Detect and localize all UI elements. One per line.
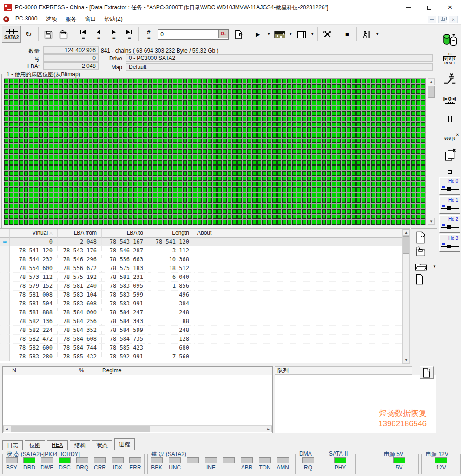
map-new-button[interactable]	[415, 231, 429, 244]
scroll-up-icon[interactable]: ▲	[403, 229, 409, 236]
process-column-header-%[interactable]: %	[63, 367, 100, 375]
table-row[interactable]: 78 554 60078 556 67278 575 18318 512	[0, 264, 402, 273]
table-row[interactable]: 78 582 13678 584 25678 584 34388	[0, 317, 402, 326]
close-button[interactable]: ×	[440, 0, 461, 14]
table-row[interactable]: 78 573 11278 575 19278 581 2316 040	[0, 273, 402, 282]
column-header-lba-to[interactable]: LBA to	[102, 229, 148, 238]
bitmap-cell	[371, 79, 375, 83]
menu-item[interactable]: PC-3000	[11, 14, 41, 24]
scroll-left-icon[interactable]: ◄	[3, 426, 10, 432]
copy-sectors-button[interactable]	[441, 147, 459, 163]
table-row[interactable]: 78 582 22478 584 35278 584 599248	[0, 326, 402, 335]
table-row[interactable]: 78 581 50478 583 60878 583 991384	[0, 299, 402, 308]
minimize-button[interactable]	[398, 0, 419, 14]
scroll-thumb[interactable]	[428, 86, 435, 98]
reset-button[interactable]: 1↓ 0|0|0 RESET	[441, 51, 459, 66]
power-relay-button[interactable]	[441, 72, 459, 88]
column-header-about[interactable]: About	[194, 229, 402, 238]
exit-task-button[interactable]	[359, 26, 374, 43]
head-select-button-3[interactable]: Hd 3	[439, 234, 460, 252]
table-row[interactable]: 78 583 28078 585 43278 592 9917 560	[0, 352, 402, 361]
table-row[interactable]: 78 582 47278 584 60878 584 735128	[0, 335, 402, 344]
map-open-dropdown[interactable]: ▼	[433, 264, 436, 269]
column-header-lba-from[interactable]: LBA from	[58, 229, 102, 238]
map-save-button[interactable]	[415, 245, 429, 258]
counter-reset-button[interactable]: ⊳0⊲	[441, 92, 459, 107]
decimal-mode-button[interactable]: D↓	[218, 30, 228, 38]
bitmap-cell	[143, 198, 147, 203]
goto-sector-button[interactable]: # ≣	[141, 26, 156, 43]
bitmap-cell	[391, 79, 395, 83]
process-column-header[interactable]	[245, 367, 272, 375]
start-read-button[interactable]: ▶	[250, 26, 265, 43]
last-sector-button[interactable]: ≣	[121, 26, 137, 43]
process-column-header[interactable]	[26, 367, 63, 375]
process-column-header-regime[interactable]: Regime	[100, 367, 245, 375]
grid-view-dropdown[interactable]: ▼	[309, 26, 316, 43]
tab-HEX[interactable]: HEX	[47, 440, 68, 450]
scroll-thumb[interactable]	[11, 426, 150, 432]
grid-view-button[interactable]	[294, 26, 309, 43]
queue-settings-button[interactable]	[420, 366, 434, 379]
mdi-close-button[interactable]: ×	[449, 16, 458, 23]
tab-进程[interactable]: 进程	[114, 438, 135, 450]
drive-copy-button[interactable]	[441, 32, 459, 48]
tab-位图[interactable]: 位图	[25, 440, 45, 450]
head-select-button-0[interactable]: Hd 0	[439, 177, 460, 195]
tools-button[interactable]	[320, 26, 335, 43]
tab-结构[interactable]: 结构	[70, 440, 90, 450]
scroll-up-icon[interactable]: ▲	[428, 79, 435, 85]
bitmap-view-button[interactable]	[272, 26, 287, 43]
sata2-port-button[interactable]: SATA2	[2, 26, 21, 43]
pause-button[interactable]	[441, 111, 459, 127]
sector-bitmap-grid[interactable]	[4, 78, 426, 225]
process-list-hscrollbar[interactable]: ◄ ►	[3, 425, 272, 432]
scroll-right-icon[interactable]: ►	[265, 426, 272, 432]
menu-item[interactable]: 服务	[61, 14, 80, 24]
column-header-virtual[interactable]: Virtual△	[10, 229, 58, 238]
bitmap-view-dropdown[interactable]: ▼	[287, 26, 294, 43]
tab-日志[interactable]: 日志	[2, 440, 23, 450]
chains-table-scrollbar[interactable]: ▲ ▼	[402, 229, 410, 364]
bitmap-cell	[173, 182, 177, 186]
bitmap-cell	[257, 160, 262, 165]
map-open-button[interactable]: ▼	[415, 260, 429, 272]
export-page-button[interactable]	[230, 26, 246, 43]
start-dropdown[interactable]: ▼	[265, 26, 272, 43]
scroll-down-icon[interactable]: ▼	[403, 357, 409, 363]
table-row[interactable]: ⇨02 04878 543 16778 541 120	[0, 238, 402, 246]
prev-sector-button[interactable]: ≣	[91, 26, 106, 43]
mdi-minimize-button[interactable]	[428, 16, 436, 23]
table-row[interactable]: 78 544 23278 546 29678 556 66310 368	[0, 255, 402, 264]
menu-item[interactable]: 选项	[41, 14, 61, 24]
tab-状态[interactable]: 状态	[92, 440, 112, 450]
head-select-button-2[interactable]: Hd 2	[439, 215, 460, 233]
exit-dropdown[interactable]: ▼	[374, 26, 381, 43]
first-sector-button[interactable]: ≣	[75, 26, 91, 43]
table-row[interactable]: 78 541 12078 543 17678 546 2873 112	[0, 246, 402, 255]
table-row[interactable]: 78 581 00878 583 10478 583 599496	[0, 291, 402, 299]
head-select-button-1[interactable]: Hd 1	[439, 196, 460, 214]
map-blank-button[interactable]	[415, 273, 429, 285]
stop-button[interactable]: ■	[339, 26, 355, 43]
led-label: TON	[259, 464, 270, 470]
table-row[interactable]: 78 582 60078 584 74478 585 423680	[0, 344, 402, 352]
table-row[interactable]: 78 581 88878 584 00078 584 247248	[0, 308, 402, 317]
scroll-thumb[interactable]	[403, 236, 409, 254]
skip-defect-button[interactable]: × 000|0	[441, 129, 459, 145]
bitmap-scrollbar[interactable]: ▲ ▼	[428, 78, 435, 225]
save-task-button[interactable]	[40, 26, 56, 43]
column-header-length[interactable]: Length	[148, 229, 194, 238]
scroll-down-icon[interactable]: ▼	[428, 218, 435, 225]
menu-item[interactable]: 帮助(Z)	[100, 14, 126, 24]
mdi-restore-button[interactable]	[438, 16, 447, 23]
process-column-header-n[interactable]: N	[3, 367, 26, 375]
next-sector-button[interactable]: ≣	[106, 26, 121, 43]
bitmap-cell	[262, 215, 266, 219]
table-row[interactable]: 78 579 15278 581 24078 583 0951 856	[0, 282, 402, 291]
maximize-button[interactable]	[419, 0, 440, 14]
bitmap-cell	[133, 165, 138, 170]
menu-item[interactable]: 窗口	[80, 14, 100, 24]
save-task-as-button[interactable]	[56, 26, 71, 43]
refresh-task-button[interactable]: ↻	[21, 26, 36, 43]
